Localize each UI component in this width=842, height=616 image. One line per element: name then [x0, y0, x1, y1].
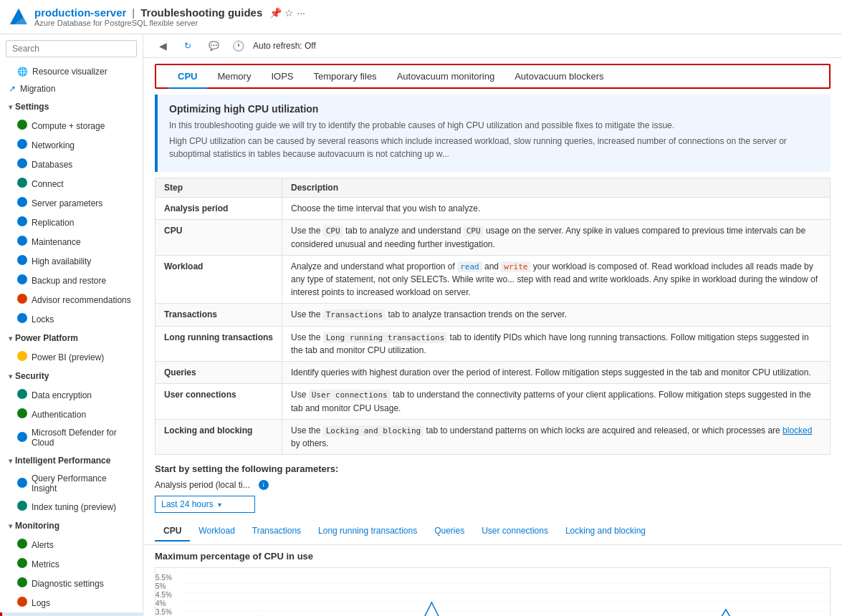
tab-autovacuum-blockers[interactable]: Autovacuum blockers [504, 65, 613, 89]
chevron-power-icon: ▾ [9, 335, 12, 342]
auth-icon [17, 408, 27, 420]
sidebar-item-diagnostic[interactable]: Diagnostic settings [0, 574, 143, 593]
header-subtitle: Azure Database for PostgreSQL flexible s… [34, 19, 305, 27]
sidebar-item-power-bi[interactable]: Power BI (preview) [0, 347, 143, 367]
sidebar-item-databases[interactable]: Databases [0, 155, 143, 174]
steps-table: Step Description Analysis period Choose … [155, 178, 831, 455]
desc-transactions: Use the Transactions tab to analyze tran… [282, 304, 831, 327]
sidebar-item-maintenance[interactable]: Maintenance [0, 232, 143, 251]
col-description: Description [282, 178, 831, 198]
sidebar-label: Backup and restore [32, 276, 106, 286]
info-para1: In this troubleshooting guide we will tr… [169, 119, 819, 132]
sidebar-section-security[interactable]: ▾ Security [0, 367, 143, 385]
sidebar-label: High availability [32, 256, 91, 266]
table-row: Queries Identify queries with highest du… [156, 362, 831, 384]
tab-autovacuum-monitoring[interactable]: Autovacuum monitoring [387, 65, 505, 89]
sidebar-item-replication[interactable]: Replication [0, 213, 143, 232]
sub-tab-bar: CPU Workload Transactions Long running t… [143, 519, 842, 545]
sidebar-item-server-params[interactable]: Server parameters [0, 193, 143, 213]
sidebar-section-settings[interactable]: ▾ Settings [0, 97, 143, 116]
sub-tab-locking[interactable]: Locking and blocking [557, 521, 654, 542]
step-cpu: CPU [156, 220, 282, 256]
sidebar-item-locks[interactable]: Locks [0, 309, 143, 329]
search-input[interactable] [6, 40, 137, 57]
tab-memory[interactable]: Memory [207, 65, 261, 89]
tab-iops[interactable]: IOPS [261, 65, 303, 89]
perf-section-label: Intelligent Performance [15, 456, 110, 466]
sidebar-label: Connect [32, 179, 64, 189]
pin-icon[interactable]: 📌 [269, 7, 282, 19]
star-icon[interactable]: ☆ [284, 7, 294, 19]
server-name: production-server [34, 6, 126, 19]
sidebar-item-networking[interactable]: Networking [0, 135, 143, 155]
period-label: Analysis period (local ti... [155, 480, 250, 490]
sidebar-label: Server parameters [32, 198, 102, 208]
table-row: Workload Analyze and understand what pro… [156, 255, 831, 304]
sidebar-item-authentication[interactable]: Authentication [0, 405, 143, 424]
period-value: Last 24 hours [161, 499, 214, 509]
tab-temp-files[interactable]: Temporary files [303, 65, 386, 89]
sidebar-label: Networking [32, 140, 75, 150]
query-perf-icon [17, 478, 27, 490]
sidebar-item-index-tuning[interactable]: Index tuning (preview) [0, 497, 143, 516]
sidebar-item-high-availability[interactable]: High availability [0, 251, 143, 271]
azure-logo [9, 7, 29, 27]
cpu-chart-line [184, 602, 830, 616]
table-row: CPU Use the CPU tab to analyze and under… [156, 220, 831, 256]
sidebar-label: Authentication [32, 410, 86, 420]
period-select[interactable]: Last 24 hours ▾ [155, 496, 255, 513]
sidebar-item-resource-visualizer[interactable]: 🌐 Resource visualizer [0, 63, 143, 80]
tab-cpu[interactable]: CPU [168, 65, 207, 89]
refresh-button[interactable]: ↻ [180, 39, 196, 52]
sidebar-label: Logs [32, 598, 50, 608]
feedback-button[interactable]: 💬 [204, 39, 224, 52]
chart-title: Maximum percentage of CPU in use [155, 551, 831, 562]
sidebar-label: Data encryption [32, 390, 92, 400]
sidebar-label: Advisor recommendations [32, 295, 131, 305]
collapse-sidebar-button[interactable]: ◀ [155, 39, 171, 53]
info-box-title: Optimizing high CPU utilization [169, 103, 819, 115]
sub-tab-long-running[interactable]: Long running transactions [310, 521, 426, 542]
sidebar-item-connect[interactable]: Connect [0, 174, 143, 193]
sidebar-item-defender[interactable]: Microsoft Defender for Cloud [0, 424, 143, 451]
sidebar-label: Compute + storage [32, 121, 105, 131]
alerts-icon [17, 539, 27, 551]
sidebar-item-data-encryption[interactable]: Data encryption [0, 385, 143, 405]
sidebar-item-query-perf[interactable]: Query Performance Insight [0, 470, 143, 497]
networking-icon [17, 139, 27, 151]
more-icon[interactable]: ··· [297, 7, 305, 19]
sidebar-item-advisor[interactable]: Advisor recommendations [0, 290, 143, 309]
sidebar-item-backup[interactable]: Backup and restore [0, 271, 143, 290]
sidebar-item-logs[interactable]: Logs [0, 593, 143, 612]
sidebar-item-migration[interactable]: ↗ Migration [0, 80, 143, 97]
sub-tab-transactions[interactable]: Transactions [244, 521, 310, 542]
sidebar-item-troubleshooting[interactable]: ✕ Troubleshooting guides [0, 612, 143, 616]
desc-user-connections: Use User connections tab to understand t… [282, 384, 831, 420]
sub-tab-queries[interactable]: Queries [426, 521, 473, 542]
chart-container: 5.5% 5% 4.5% 4% 3.5% 3% 2.5% 2% 1.5% 1% … [155, 567, 831, 616]
col-step: Step [156, 178, 282, 198]
sidebar-label: Diagnostic settings [32, 579, 104, 589]
chevron-monitoring-icon: ▾ [9, 522, 12, 530]
sub-tab-cpu[interactable]: CPU [155, 521, 190, 542]
sidebar-label: Metrics [32, 559, 59, 569]
analysis-header: Start by setting the following parameter… [155, 463, 831, 474]
sub-tab-workload[interactable]: Workload [190, 521, 243, 542]
sidebar-item-alerts[interactable]: Alerts [0, 535, 143, 554]
sidebar-label: Replication [32, 218, 74, 228]
step-user-connections: User connections [156, 384, 282, 420]
step-long-running: Long running transactions [156, 326, 282, 362]
sidebar-section-monitoring[interactable]: ▾ Monitoring [0, 516, 143, 535]
sub-tab-user-connections[interactable]: User connections [473, 521, 557, 542]
sidebar-label: Power BI (preview) [32, 352, 104, 362]
sidebar-label: Databases [32, 160, 72, 170]
sidebar-section-intelligent-perf[interactable]: ▾ Intelligent Performance [0, 451, 143, 470]
monitoring-section-label: Monitoring [15, 521, 59, 531]
sidebar-section-power-platform[interactable]: ▾ Power Platform [0, 329, 143, 347]
sidebar-item-metrics[interactable]: Metrics [0, 554, 143, 574]
step-queries: Queries [156, 362, 282, 384]
header-separator: | [132, 6, 135, 19]
table-row: Analysis period Choose the time interval… [156, 198, 831, 220]
advisor-icon [17, 294, 27, 306]
sidebar-item-compute[interactable]: Compute + storage [0, 116, 143, 135]
